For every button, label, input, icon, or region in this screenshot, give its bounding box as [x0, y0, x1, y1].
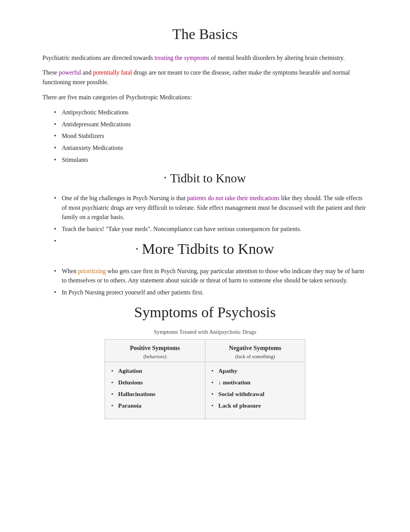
symptoms-container: Symptoms Treated with Antipsychotic Drug…	[42, 328, 368, 420]
powerful-link[interactable]: powerful	[59, 69, 81, 76]
positive-col-title: Positive Symptoms	[111, 343, 199, 353]
list-item: Social withdrawal	[212, 390, 299, 398]
list-item: Antianxiety Medications	[54, 143, 368, 153]
more-tidbits-list: When prioritizing who gets care first in…	[42, 267, 368, 297]
list-item: One of the big challenges in Psych Nursi…	[54, 194, 368, 222]
tidbit-list: One of the big challenges in Psych Nursi…	[42, 194, 368, 234]
positive-symptoms-list: Agitation Delusions Hallucinations Paran…	[111, 367, 199, 410]
negative-symptoms-col: Apathy ↓ motivation Social withdrawal La…	[205, 362, 305, 419]
tidbit-heading: • Tidbit to Know	[42, 169, 368, 187]
negative-col-subtitle: (lack of something)	[212, 353, 299, 360]
tidbit-section: • Tidbit to Know One of the big challeng…	[42, 169, 368, 234]
list-item: When prioritizing who gets care first in…	[54, 267, 368, 286]
list-item: Stimulants	[54, 155, 368, 165]
more-tidbits-section: • More Tidbits to Know When prioritizing…	[42, 238, 368, 297]
categories-list: Antipsychotic Medications Antidepressant…	[42, 108, 368, 165]
list-item: Hallucinations	[111, 390, 199, 398]
symptoms-table: Positive Symptoms (behaviors) Negative S…	[105, 339, 305, 420]
list-item: Agitation	[111, 367, 199, 375]
more-tidbits-item1-after: who gets care first in Psych Nursing, pa…	[62, 268, 364, 284]
psychosis-title: Symptoms of Psychosis	[42, 301, 368, 324]
more-tidbits-heading: • More Tidbits to Know	[42, 238, 368, 260]
list-item: ↓ motivation	[212, 378, 299, 387]
negative-col-title: Negative Symptoms	[212, 343, 299, 353]
list-item: Delusions	[111, 378, 199, 387]
intro-paragraph-1: Psychiatric medications are directed tow…	[42, 53, 368, 63]
intro-p2-between: and	[81, 69, 93, 76]
potentially-fatal-link[interactable]: potentially fatal	[93, 69, 132, 76]
intro-p1-before: Psychiatric medications are directed tow…	[42, 54, 154, 61]
list-item: Lack of pleasure	[212, 401, 299, 410]
more-tidbits-item2-text: In Psych Nursing protect yourself and ot…	[62, 289, 203, 296]
more-tidbits-bullet-icon: •	[136, 245, 138, 254]
negative-header-cell: Negative Symptoms (lack of something)	[205, 340, 305, 362]
negative-symptoms-list: Apathy ↓ motivation Social withdrawal La…	[212, 367, 299, 410]
positive-col-subtitle: (behaviors)	[111, 353, 199, 360]
more-tidbits-item1-before: When	[62, 268, 78, 274]
tidbit-item2-text: Teach the basics! "Take your meds". Nonc…	[62, 226, 301, 232]
symptoms-header-row: Positive Symptoms (behaviors) Negative S…	[105, 340, 305, 362]
page-title: The Basics	[42, 23, 368, 46]
symptoms-body-row: Agitation Delusions Hallucinations Paran…	[105, 362, 305, 419]
intro-paragraph-2: These powerful and potentially fatal dru…	[42, 68, 368, 87]
tidbit-bullet-icon: •	[164, 173, 166, 183]
psychosis-section: Symptoms of Psychosis Symptoms Treated w…	[42, 301, 368, 419]
positive-header-cell: Positive Symptoms (behaviors)	[105, 340, 205, 362]
patients-link[interactable]: patients do not take their medications	[187, 195, 280, 201]
positive-symptoms-col: Agitation Delusions Hallucinations Paran…	[105, 362, 205, 419]
prioritizing-link[interactable]: prioritizing	[78, 268, 106, 274]
list-item: Apathy	[212, 367, 299, 375]
list-item: Paranoia	[111, 401, 199, 410]
list-item: Teach the basics! "Take your meds". Nonc…	[54, 224, 368, 234]
intro-p2-before: These	[42, 69, 59, 76]
list-item: In Psych Nursing protect yourself and ot…	[54, 288, 368, 297]
more-tidbits-title: More Tidbits to Know	[142, 238, 274, 260]
list-item: Antipsychotic Medications	[54, 108, 368, 117]
list-item: Mood Stabilizers	[54, 131, 368, 141]
intro-p1-after: of mental health disorders by altering b…	[209, 54, 344, 61]
intro-paragraph-3: There are five main categories of Psycho…	[42, 93, 368, 102]
list-item: Antidepressant Medications	[54, 120, 368, 129]
tidbit-title: Tidbit to Know	[170, 169, 246, 187]
symptoms-subtitle: Symptoms Treated with Antipsychotic Drug…	[154, 328, 256, 336]
tidbit-item1-before: One of the big challenges in Psych Nursi…	[62, 195, 187, 201]
treating-symptoms-link[interactable]: treating the symptoms	[154, 54, 209, 61]
